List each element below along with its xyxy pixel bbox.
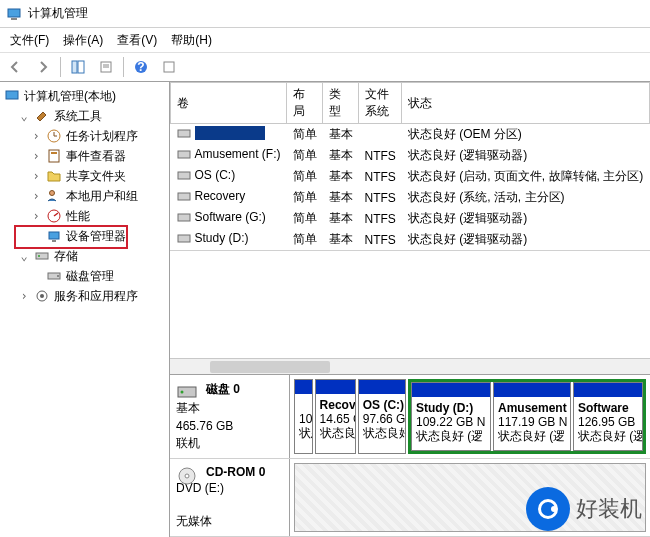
partition-amusement[interactable]: Amusement117.19 GB N状态良好 (逻 bbox=[493, 382, 571, 451]
users-icon bbox=[46, 188, 62, 204]
tree-device-manager[interactable]: 设备管理器 bbox=[2, 226, 167, 246]
partition-study[interactable]: Study (D:)109.22 GB N状态良好 (逻 bbox=[411, 382, 491, 451]
tree-label: 计算机管理(本地) bbox=[24, 88, 116, 105]
properties-button[interactable] bbox=[95, 56, 117, 78]
toolbar-separator bbox=[123, 57, 124, 77]
event-icon bbox=[46, 148, 62, 164]
twisty-closed-icon[interactable]: › bbox=[30, 129, 42, 143]
svg-rect-1 bbox=[11, 18, 17, 20]
window-title: 计算机管理 bbox=[28, 5, 88, 22]
disk-size: 465.76 GB bbox=[176, 419, 283, 433]
device-icon bbox=[46, 228, 62, 244]
disk-row[interactable]: 磁盘 0 基本 465.76 GB 联机 100状态 Recovery14.65… bbox=[170, 375, 650, 459]
tree-label: 系统工具 bbox=[54, 108, 102, 125]
svg-point-24 bbox=[57, 275, 59, 277]
volume-icon bbox=[177, 168, 191, 182]
partition[interactable]: 100状态 bbox=[294, 379, 313, 454]
twisty-closed-icon[interactable]: › bbox=[18, 289, 30, 303]
tree-local-users[interactable]: › 本地用户和组 bbox=[2, 186, 167, 206]
folder-icon bbox=[46, 168, 62, 184]
action-button[interactable] bbox=[158, 56, 180, 78]
menu-file[interactable]: 文件(F) bbox=[4, 30, 55, 51]
tree-label: 服务和应用程序 bbox=[54, 288, 138, 305]
tree-storage[interactable]: ⌄ 存储 bbox=[2, 246, 167, 266]
svg-rect-3 bbox=[78, 61, 84, 73]
twisty-closed-icon[interactable]: › bbox=[30, 169, 42, 183]
tree-services[interactable]: › 服务和应用程序 bbox=[2, 286, 167, 306]
tree-toggle-button[interactable] bbox=[67, 56, 89, 78]
twisty-closed-icon[interactable]: › bbox=[30, 209, 42, 223]
disk-info: 磁盘 0 基本 465.76 GB 联机 bbox=[170, 375, 290, 458]
svg-line-18 bbox=[54, 213, 58, 216]
scrollbar-thumb[interactable] bbox=[210, 361, 330, 373]
cdrom-icon bbox=[176, 465, 198, 487]
blank-area bbox=[170, 250, 650, 374]
menu-action[interactable]: 操作(A) bbox=[57, 30, 109, 51]
col-type[interactable]: 类型 bbox=[323, 83, 359, 124]
svg-rect-21 bbox=[36, 253, 48, 259]
tree-event-viewer[interactable]: › 事件查看器 bbox=[2, 146, 167, 166]
table-header-row: 卷 布局 类型 文件系统 状态 容量 bbox=[171, 83, 651, 124]
disk-status: 联机 bbox=[176, 435, 283, 452]
disk-name: 磁盘 0 bbox=[206, 381, 283, 398]
tree-root[interactable]: 计算机管理(本地) bbox=[2, 86, 167, 106]
menu-view[interactable]: 查看(V) bbox=[111, 30, 163, 51]
col-volume[interactable]: 卷 bbox=[171, 83, 287, 124]
svg-rect-29 bbox=[178, 172, 190, 179]
col-layout[interactable]: 布局 bbox=[287, 83, 323, 124]
svg-rect-31 bbox=[178, 214, 190, 221]
computer-icon bbox=[4, 88, 20, 104]
menu-help[interactable]: 帮助(H) bbox=[165, 30, 218, 51]
svg-point-16 bbox=[50, 191, 55, 196]
table-row[interactable]: Amusement (F:)简单基本NTFS状态良好 (逻辑驱动器)117.19… bbox=[171, 145, 651, 166]
col-status[interactable]: 状态 bbox=[402, 83, 649, 124]
col-fs[interactable]: 文件系统 bbox=[359, 83, 402, 124]
watermark-text: 好装机 bbox=[576, 494, 642, 524]
volume-icon bbox=[177, 210, 191, 224]
horizontal-scrollbar[interactable] bbox=[170, 358, 650, 374]
volume-icon bbox=[177, 231, 191, 245]
partition-recovery[interactable]: Recovery14.65 GB状态良好 ( bbox=[315, 379, 356, 454]
svg-rect-14 bbox=[49, 150, 59, 162]
partition-map: 100状态 Recovery14.65 GB状态良好 ( OS (C:)97.6… bbox=[290, 375, 650, 458]
titlebar: 计算机管理 bbox=[0, 0, 650, 28]
tree-system-tools[interactable]: ⌄ 系统工具 bbox=[2, 106, 167, 126]
twisty-open-icon[interactable]: ⌄ bbox=[18, 109, 30, 123]
tree-label: 性能 bbox=[66, 208, 90, 225]
partition-os[interactable]: OS (C:)97.66 GB NT状态良好 (启 bbox=[358, 379, 406, 454]
cdrom-info: CD-ROM 0 DVD (E:) 无媒体 bbox=[170, 459, 290, 536]
tree-label: 磁盘管理 bbox=[66, 268, 114, 285]
volume-list[interactable]: 卷 布局 类型 文件系统 状态 容量 简单基本状态良好 (OEM 分区)100 … bbox=[170, 82, 650, 250]
perf-icon bbox=[46, 208, 62, 224]
volume-icon bbox=[177, 126, 191, 140]
tree-label: 设备管理器 bbox=[66, 228, 126, 245]
forward-button[interactable] bbox=[32, 56, 54, 78]
back-button[interactable] bbox=[4, 56, 26, 78]
tree-task-scheduler[interactable]: › 任务计划程序 bbox=[2, 126, 167, 146]
table-row[interactable]: Study (D:)简单基本NTFS状态良好 (逻辑驱动器)109.22 G bbox=[171, 229, 651, 250]
tree-label: 存储 bbox=[54, 248, 78, 265]
tree-performance[interactable]: › 性能 bbox=[2, 206, 167, 226]
services-icon bbox=[34, 288, 50, 304]
watermark: 好装机 bbox=[526, 487, 642, 531]
svg-rect-28 bbox=[178, 151, 190, 158]
tree-label: 任务计划程序 bbox=[66, 128, 138, 145]
table-row[interactable]: Software (G:)简单基本NTFS状态良好 (逻辑驱动器)126.95 … bbox=[171, 208, 651, 229]
twisty-open-icon[interactable]: ⌄ bbox=[18, 249, 30, 263]
svg-rect-15 bbox=[51, 152, 57, 154]
tree-disk-management[interactable]: 磁盘管理 bbox=[2, 266, 167, 286]
storage-icon bbox=[34, 248, 50, 264]
tree-shared-folders[interactable]: › 共享文件夹 bbox=[2, 166, 167, 186]
svg-point-22 bbox=[38, 255, 40, 257]
help-button[interactable]: ? bbox=[130, 56, 152, 78]
twisty-closed-icon[interactable]: › bbox=[30, 149, 42, 163]
twisty-closed-icon[interactable]: › bbox=[30, 189, 42, 203]
table-row[interactable]: 简单基本状态良好 (OEM 分区)100 MB bbox=[171, 124, 651, 146]
svg-rect-19 bbox=[49, 232, 59, 239]
partition-software[interactable]: Software126.95 GB状态良好 (逻 bbox=[573, 382, 643, 451]
svg-rect-27 bbox=[178, 130, 190, 137]
hdd-icon bbox=[176, 381, 198, 403]
table-row[interactable]: OS (C:)简单基本NTFS状态良好 (启动, 页面文件, 故障转储, 主分区… bbox=[171, 166, 651, 187]
svg-rect-20 bbox=[52, 240, 56, 242]
table-row[interactable]: Recovery简单基本NTFS状态良好 (系统, 活动, 主分区)14.65 … bbox=[171, 187, 651, 208]
